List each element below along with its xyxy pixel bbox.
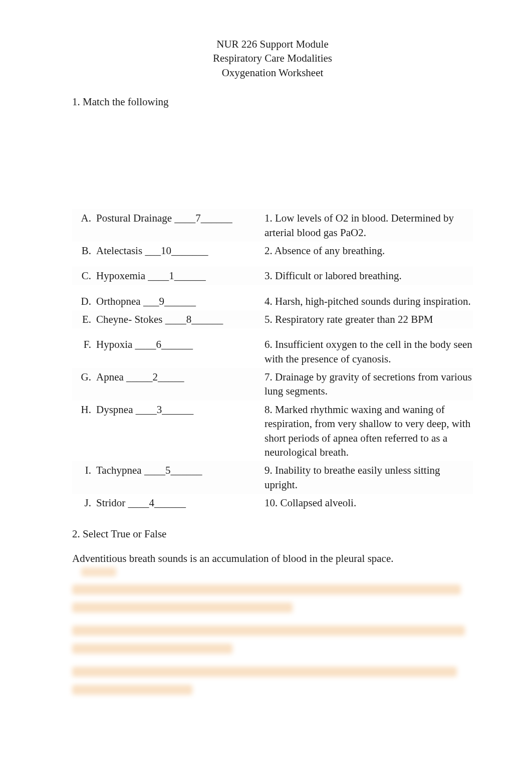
match-left-I: I. Tachypnea ____5______ xyxy=(72,463,264,477)
match-term: Cheyne- Stokes ____8______ xyxy=(96,312,264,326)
obscured-line xyxy=(72,685,192,695)
match-letter: B. xyxy=(72,244,96,258)
question-1-label: 1. Match the following xyxy=(72,95,473,109)
match-term: Atelectasis ___10_______ xyxy=(96,244,264,258)
match-left-H: H. Dyspnea ____3______ xyxy=(72,403,264,417)
match-letter: F. xyxy=(72,337,96,351)
question-2-label: 2. Select True or False xyxy=(72,527,473,541)
match-letter: I. xyxy=(72,463,96,477)
match-right-2: 2. Absence of any breathing. xyxy=(264,242,473,260)
match-left-G: G. Apnea _____2_____ xyxy=(72,370,264,384)
match-term: Postural Drainage ____7______ xyxy=(96,211,264,225)
worksheet-header: NUR 226 Support Module Respiratory Care … xyxy=(72,37,473,80)
header-line-2: Respiratory Care Modalities xyxy=(72,51,473,65)
question-2-statement-1: Adventitious breath sounds is an accumul… xyxy=(72,551,473,565)
match-left-C: C. Hypoxemia ____1______ xyxy=(72,269,264,283)
matching-table: A. Postural Drainage ____7______ 1. Low … xyxy=(72,209,473,512)
match-term: Tachypnea ____5______ xyxy=(96,463,264,477)
match-letter: A. xyxy=(72,211,96,225)
match-right-4: 4. Harsh, high-pitched sounds during ins… xyxy=(264,292,473,310)
obscured-content-block xyxy=(72,584,473,695)
match-term: Orthopnea ___9______ xyxy=(96,294,264,308)
match-right-7: 7. Drainage by gravity of secretions fro… xyxy=(264,368,473,401)
match-right-9: 9. Inability to breathe easily unless si… xyxy=(264,461,473,494)
match-term: Apnea _____2_____ xyxy=(96,370,264,384)
match-term: Dyspnea ____3______ xyxy=(96,403,264,417)
match-letter: E. xyxy=(72,312,96,326)
obscured-line xyxy=(72,626,465,636)
match-letter: H. xyxy=(72,403,96,417)
match-left-A: A. Postural Drainage ____7______ xyxy=(72,211,264,225)
match-left-J: J. Stridor ____4______ xyxy=(72,496,264,510)
match-left-D: D. Orthopnea ___9______ xyxy=(72,294,264,308)
obscured-line xyxy=(72,584,461,595)
match-right-10: 10. Collapsed alveoli. xyxy=(264,494,473,512)
match-term: Stridor ____4______ xyxy=(96,496,264,510)
obscured-line xyxy=(72,667,457,677)
match-right-5: 5. Respiratory rate greater than 22 BPM xyxy=(264,310,473,328)
match-right-3: 3. Difficult or labored breathing. xyxy=(264,267,473,285)
match-right-6: 6. Insufficient oxygen to the cell in th… xyxy=(264,335,473,368)
match-letter: J. xyxy=(72,496,96,510)
match-letter: D. xyxy=(72,294,96,308)
obscured-answer-blank xyxy=(81,567,116,576)
obscured-line xyxy=(72,644,232,654)
header-line-1: NUR 226 Support Module xyxy=(72,37,473,51)
match-letter: C. xyxy=(72,269,96,283)
match-right-1: 1. Low levels of O2 in blood. Determined… xyxy=(264,209,473,242)
match-left-E: E. Cheyne- Stokes ____8______ xyxy=(72,312,264,326)
match-left-F: F. Hypoxia ____6______ xyxy=(72,337,264,351)
match-right-8: 8. Marked rhythmic waxing and waning of … xyxy=(264,401,473,461)
match-term: Hypoxemia ____1______ xyxy=(96,269,264,283)
header-line-3: Oxygenation Worksheet xyxy=(72,66,473,80)
match-letter: G. xyxy=(72,370,96,384)
match-left-B: B. Atelectasis ___10_______ xyxy=(72,244,264,258)
obscured-line xyxy=(72,603,293,613)
match-term: Hypoxia ____6______ xyxy=(96,337,264,351)
